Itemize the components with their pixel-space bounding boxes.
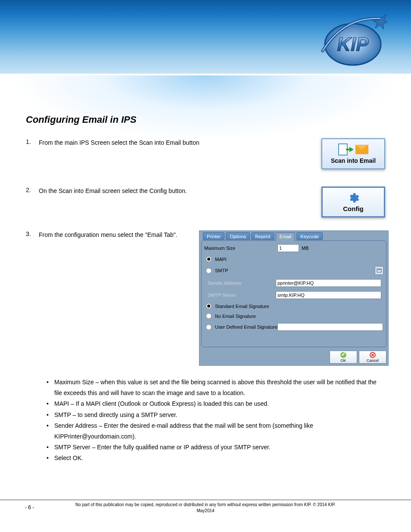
step-3: 3. From the configuration menu select th… [26, 230, 385, 366]
config-button[interactable]: Config [321, 187, 385, 218]
step-2: 2. On the Scan into Email screen select … [26, 187, 385, 218]
bullet-item: Sender Address – Enter the desired e-mai… [54, 420, 385, 442]
scan-into-email-button[interactable]: Scan into Email [321, 138, 385, 169]
page-title: Configuring Email in IPS [26, 114, 385, 125]
sig-none-label: No Email Signature [215, 314, 256, 319]
email-panel: Maximum Size MB MAPI SMTP [201, 240, 386, 347]
smtp-label: SMTP [215, 268, 228, 273]
tab-printer[interactable]: Printer [203, 232, 224, 240]
sig-user-radio[interactable] [206, 324, 212, 330]
sig-user-input[interactable] [277, 323, 383, 331]
cancel-icon [370, 352, 376, 358]
sig-standard-label: Standard Email Signature [215, 304, 269, 309]
svg-marker-1 [373, 14, 387, 29]
footer: No part of this publication may be copie… [0, 502, 411, 514]
page-content: Configuring Email in IPS 1. From the mai… [0, 75, 411, 464]
envelope-icon [355, 145, 368, 154]
ok-button[interactable]: OK [330, 351, 357, 364]
sig-user-label: User Defined Email Signature [215, 324, 277, 330]
cancel-button[interactable]: Cancel [359, 351, 386, 364]
tab-email[interactable]: Email [276, 232, 296, 241]
tab-bar: Printer Options Reprint Email Keycode [199, 231, 388, 240]
footer-text-1: No part of this publication may be copie… [75, 502, 313, 507]
svg-rect-3 [377, 269, 381, 272]
mapi-radio[interactable] [206, 256, 212, 262]
copyright-icon: © [313, 502, 316, 507]
bullet-item: SMTP Server – Enter the fully qualified … [54, 442, 271, 453]
smtp-server-input[interactable] [276, 291, 381, 299]
sig-standard-radio[interactable] [206, 303, 212, 309]
max-size-label: Maximum Size [204, 246, 277, 251]
smtp-settings-button[interactable] [375, 266, 383, 275]
tab-options[interactable]: Options [226, 232, 250, 240]
step-number: 1. [26, 138, 39, 145]
gear-icon [347, 192, 359, 204]
footer-copyright: 2014 KIP. [316, 502, 336, 507]
step-1: 1. From the main IPS Screen select the S… [26, 138, 385, 169]
config-label: Config [343, 205, 363, 212]
step-text: On the Scan into Email screen select the… [39, 187, 316, 196]
sender-address-label: Sender Address [208, 280, 276, 286]
tab-keycode[interactable]: Keycode [296, 232, 323, 240]
bullet-item: Maximum Size – when this value is set an… [54, 377, 385, 398]
step-text: From the main IPS Screen select the Scan… [39, 138, 316, 147]
arrow-right-icon [349, 147, 354, 152]
step-text: From the configuration menu select the "… [39, 230, 194, 240]
svg-text:KIP: KIP [337, 34, 369, 55]
bullet-item: MAPI – If a MAPI client (Outlook or Outl… [54, 398, 269, 409]
kip-logo: KIP [318, 12, 387, 68]
max-size-unit: MB [302, 246, 309, 251]
bullet-item: Select OK. [54, 453, 83, 464]
footer-date: May2014 [196, 508, 214, 513]
smtp-radio[interactable] [206, 268, 212, 274]
config-dialog: Printer Options Reprint Email Keycode Ma… [199, 230, 389, 366]
bullet-list: •Maximum Size – when this value is set a… [47, 377, 385, 464]
smtp-server-label: SMTP Server [208, 292, 276, 298]
bullet-item: SMTP – to send directly using a SMTP ser… [54, 410, 177, 420]
check-icon [340, 352, 346, 358]
sender-address-input[interactable] [276, 279, 381, 287]
sig-none-radio[interactable] [206, 313, 212, 319]
footer-rule [0, 500, 411, 500]
step-number: 2. [26, 187, 39, 193]
max-size-input[interactable] [277, 244, 299, 252]
scan-email-label: Scan into Email [331, 157, 376, 164]
dialog-icon [377, 268, 382, 273]
step-number: 3. [26, 230, 39, 237]
mapi-label: MAPI [215, 257, 227, 262]
tab-reprint[interactable]: Reprint [251, 232, 274, 240]
